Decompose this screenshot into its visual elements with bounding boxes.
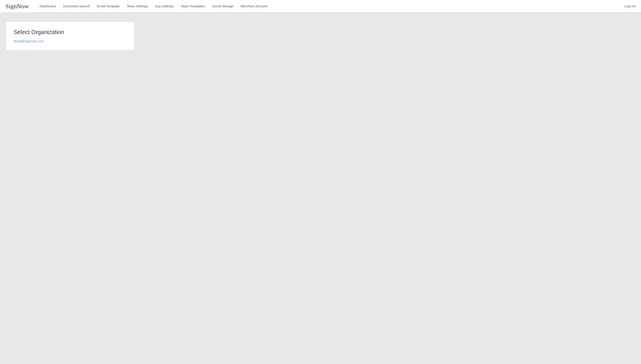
nav-cloud-storage[interactable]: Cloud Storage <box>212 4 234 8</box>
header: SignNow Dashboard Document Search Email … <box>0 0 641 12</box>
nav-email-template[interactable]: Email Template <box>97 4 120 8</box>
logo[interactable]: SignNow <box>5 3 29 10</box>
org-email-link[interactable]: dean@signnow.com <box>14 39 44 43</box>
nav-team-templates[interactable]: Team Templates <box>181 4 205 8</box>
select-org-card: Select Organization dean@signnow.com <box>5 21 135 50</box>
nav-dashboard[interactable]: Dashboard <box>40 4 56 8</box>
nav-org-settings[interactable]: Org Settings <box>155 4 174 8</box>
nav-logout[interactable]: Log out <box>624 4 636 8</box>
main-nav: Dashboard Document Search Email Template… <box>40 4 636 8</box>
nav-team-settings[interactable]: Team Settings <box>127 4 148 8</box>
main-content: Select Organization dean@signnow.com <box>0 12 641 60</box>
card-title: Select Organization <box>14 29 126 36</box>
nav-merchant-account[interactable]: Merchant Account <box>241 4 267 8</box>
nav-document-search[interactable]: Document Search <box>63 4 90 8</box>
